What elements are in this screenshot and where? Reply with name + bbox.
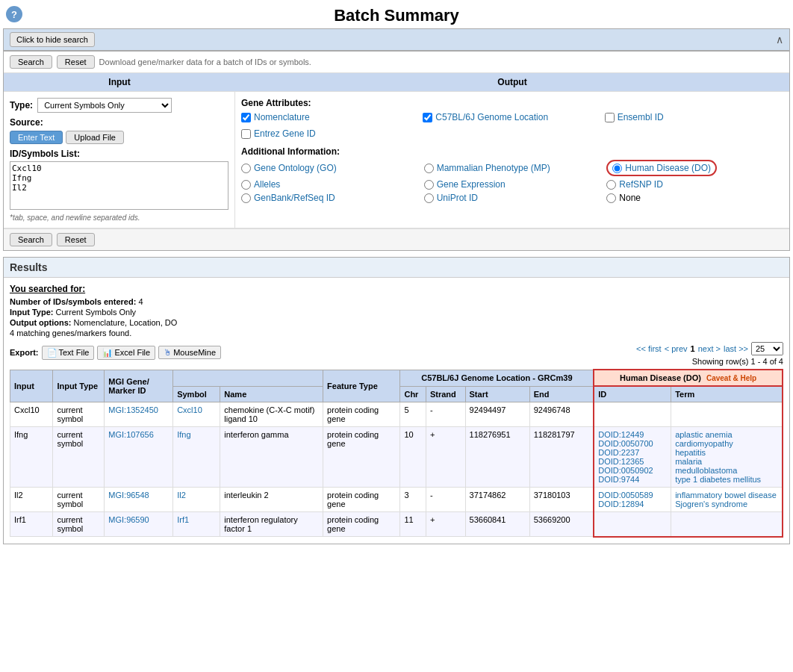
th-do-term: Term (671, 386, 783, 402)
enter-text-button[interactable]: Enter Text (10, 131, 63, 144)
th-do-id: ID (594, 386, 671, 402)
do-id-link[interactable]: DOID:12894 (598, 500, 644, 508)
do-id-link[interactable]: DOID:9744 (598, 475, 639, 484)
input-header: Input (4, 73, 235, 92)
go-radio-row: Gene Ontology (GO) (241, 160, 418, 176)
refsnp-label[interactable]: RefSNP ID (619, 179, 662, 190)
do-term-link[interactable]: cardiomyopathy (675, 439, 733, 448)
do-id-link[interactable]: DOID:0050589 (598, 491, 653, 500)
source-buttons: Enter Text Upload File (10, 131, 228, 144)
cell-input: Il2 (10, 488, 53, 512)
none-label[interactable]: None (619, 193, 641, 203)
caveat-help-link[interactable]: Caveat & Help (706, 374, 756, 382)
table-row: Il2 current symbol MGI:96548 Il2 interle… (10, 488, 783, 512)
type-select[interactable]: Current Symbols Only (37, 98, 172, 113)
do-term-link[interactable]: malaria (675, 457, 702, 466)
mgi-id-link[interactable]: MGI:1352450 (108, 405, 158, 414)
per-page-select[interactable]: 25 50 100 (751, 342, 783, 355)
cell-start: 92494497 (465, 402, 529, 427)
type-row: Type: Current Symbols Only (10, 98, 228, 113)
reset-button-bottom[interactable]: Reset (57, 233, 95, 246)
last-page-link[interactable]: last >> (724, 344, 748, 353)
c57-checkbox[interactable] (423, 113, 432, 122)
do-term-link[interactable]: medulloblastoma (675, 466, 737, 475)
c57-label[interactable]: C57BL/6J Genome Location (435, 112, 548, 122)
ensembl-label[interactable]: Ensembl ID (618, 112, 664, 122)
search-button-bottom[interactable]: Search (10, 233, 52, 246)
expression-radio[interactable] (424, 180, 434, 190)
do-id-link[interactable]: DOID:0050700 (598, 439, 653, 448)
refsnp-radio[interactable] (606, 180, 616, 190)
search-button-top[interactable]: Search (10, 55, 52, 69)
ensembl-checkbox[interactable] (605, 113, 615, 122)
input-type-text: Input Type: Current Symbols Only (10, 308, 783, 317)
go-radio[interactable] (241, 164, 251, 173)
symbol-link[interactable]: Irf1 (177, 515, 189, 524)
ensembl-checkbox-row: Ensembl ID (605, 112, 783, 122)
results-header: Results (4, 258, 789, 278)
go-label[interactable]: Gene Ontology (GO) (254, 163, 337, 173)
cell-do-id: DOID:12449DOID:0050700DOID:2237DOID:1236… (594, 427, 671, 488)
none-radio[interactable] (606, 193, 616, 203)
text-file-export-button[interactable]: 📄 Text File (42, 346, 95, 360)
do-term-link[interactable]: hepatitis (675, 448, 706, 457)
entrez-label[interactable]: Entrez Gene ID (254, 128, 316, 139)
mgi-id-link[interactable]: MGI:96548 (108, 491, 149, 500)
mousemine-export-button[interactable]: 🖱 MouseMine (158, 346, 221, 359)
result-meta: Number of IDs/symbols entered: 4 Input T… (10, 297, 783, 337)
do-term-link[interactable]: aplastic anemia (675, 430, 732, 439)
genbank-label[interactable]: GenBank/RefSeq ID (254, 193, 335, 203)
first-page-link[interactable]: << first (636, 344, 662, 353)
mgi-id-link[interactable]: MGI:96590 (108, 515, 149, 524)
prev-page-link[interactable]: < prev (665, 344, 688, 353)
do-id-link[interactable]: DOID:0050902 (598, 466, 653, 475)
type-label: Type: (10, 100, 33, 111)
do-term-link[interactable]: Sjogren's syndrome (675, 500, 747, 508)
cell-chr: 10 (400, 427, 426, 488)
search-section: Search Reset Download gene/marker data f… (3, 51, 790, 251)
do-term-link[interactable]: inflammatory bowel disease (675, 491, 777, 500)
expression-label[interactable]: Gene Expression (437, 179, 506, 190)
symbol-link[interactable]: Il2 (177, 491, 186, 500)
mgi-id-link[interactable]: MGI:107656 (108, 430, 154, 439)
th-feature-type: Feature Type (323, 370, 400, 402)
mp-label[interactable]: Mammalian Phenotype (MP) (437, 163, 550, 173)
you-searched-label: You searched for: (10, 284, 783, 294)
do-radio[interactable] (612, 164, 622, 173)
hide-search-button[interactable]: Click to hide search (10, 32, 95, 47)
symbol-link[interactable]: Ifng (177, 430, 190, 439)
cell-strand: + (426, 427, 465, 488)
help-icon[interactable]: ? (6, 6, 22, 22)
entrez-checkbox[interactable] (241, 129, 251, 139)
nomenclature-label[interactable]: Nomenclature (254, 112, 310, 122)
cell-start: 37174862 (465, 488, 529, 512)
symbol-link[interactable]: Cxcl10 (177, 405, 202, 414)
uniprot-radio[interactable] (424, 193, 434, 203)
do-id-link[interactable]: DOID:12449 (598, 430, 644, 439)
genbank-radio[interactable] (241, 193, 251, 203)
upload-file-button[interactable]: Upload File (66, 131, 124, 144)
ids-textarea[interactable]: Cxcl10 Ifng Il2 (10, 161, 228, 210)
cell-feature-type: protein coding gene (323, 488, 400, 512)
next-page-link[interactable]: next > (698, 344, 721, 353)
do-label[interactable]: Human Disease (DO) (625, 163, 711, 173)
output-header: Output (235, 73, 789, 92)
nomenclature-checkbox-row: Nomenclature (241, 112, 420, 122)
nomenclature-checkbox[interactable] (241, 113, 251, 122)
radio-grid: Gene Ontology (GO) Mammalian Phenotype (… (241, 160, 783, 203)
excel-file-export-button[interactable]: 📊 Excel File (97, 346, 155, 360)
none-radio-row: None (606, 193, 783, 203)
gene-attrs-label: Gene Attributes: (241, 98, 783, 108)
alleles-radio[interactable] (241, 180, 251, 190)
search-toolbar: Search Reset Download gene/marker data f… (4, 52, 789, 73)
mp-radio[interactable] (424, 164, 434, 173)
alleles-label[interactable]: Alleles (254, 179, 280, 190)
ids-hint: *tab, space, and newline separated ids. (10, 214, 228, 222)
cell-chr: 11 (400, 512, 426, 537)
cell-do-term: aplastic anemiacardiomyopathyhepatitisma… (671, 427, 783, 488)
do-id-link[interactable]: DOID:2237 (598, 448, 639, 457)
uniprot-label[interactable]: UniProt ID (437, 193, 478, 203)
reset-button-top[interactable]: Reset (57, 55, 95, 69)
do-term-link[interactable]: type 1 diabetes mellitus (675, 475, 761, 484)
do-id-link[interactable]: DOID:12365 (598, 457, 644, 466)
